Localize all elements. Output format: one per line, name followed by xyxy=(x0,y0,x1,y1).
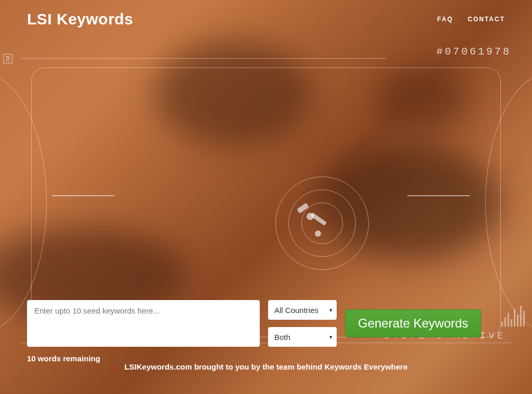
generate-keywords-button[interactable]: Generate Keywords xyxy=(345,309,481,337)
hud-target-rings xyxy=(275,176,369,270)
hud-rover-icon xyxy=(307,213,338,239)
footer-credit: LSIKeywords.com brought to you by the te… xyxy=(0,362,532,371)
type-select[interactable]: Both xyxy=(268,327,337,347)
top-nav: FAQ CONTACT xyxy=(437,16,505,23)
type-select-value: Both xyxy=(274,333,290,342)
nav-contact[interactable]: CONTACT xyxy=(468,16,505,23)
nav-faq[interactable]: FAQ xyxy=(437,16,454,23)
hud-d-box: D xyxy=(3,54,12,63)
seed-keywords-input[interactable] xyxy=(27,300,260,347)
words-remaining-label: 10 words remaining xyxy=(27,354,505,363)
site-logo: LSI Keywords xyxy=(27,10,133,28)
country-select[interactable]: All Countries xyxy=(268,300,337,320)
hud-corner-code: #07061978 xyxy=(436,46,511,58)
country-select-value: All Countries xyxy=(274,306,318,315)
